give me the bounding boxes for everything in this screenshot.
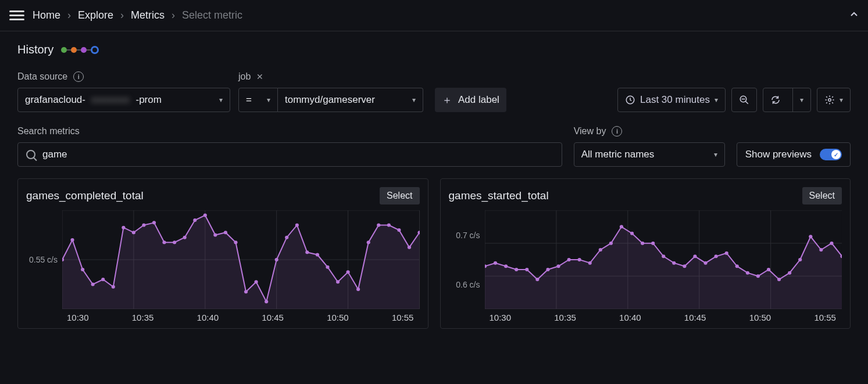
svg-point-87 bbox=[766, 268, 770, 271]
svg-point-70 bbox=[588, 261, 591, 265]
chevron-down-icon: ▾ bbox=[800, 96, 803, 104]
svg-point-45 bbox=[377, 224, 380, 227]
svg-point-37 bbox=[295, 224, 299, 227]
chevron-down-icon: ▾ bbox=[267, 96, 270, 104]
svg-point-84 bbox=[735, 264, 738, 268]
chart-x-labels: 10:3010:3510:4010:4510:5010:55 bbox=[26, 313, 420, 322]
chart-plot bbox=[485, 210, 842, 309]
svg-point-29 bbox=[213, 234, 217, 237]
svg-line-3 bbox=[745, 101, 748, 104]
svg-point-61 bbox=[493, 261, 496, 265]
history-timeline[interactable] bbox=[62, 46, 98, 54]
svg-point-48 bbox=[408, 246, 411, 249]
svg-point-23 bbox=[152, 221, 156, 224]
job-value-select[interactable]: tommyd/gameserver ▾ bbox=[278, 88, 423, 112]
chevron-down-icon: ▾ bbox=[714, 150, 717, 159]
search-input[interactable] bbox=[42, 149, 553, 160]
svg-point-36 bbox=[285, 236, 288, 239]
job-label: job bbox=[238, 71, 251, 82]
svg-point-28 bbox=[203, 214, 207, 217]
select-metric-button[interactable]: Select bbox=[380, 187, 419, 204]
svg-point-63 bbox=[515, 268, 518, 271]
zoom-out-icon bbox=[739, 95, 749, 105]
svg-point-39 bbox=[316, 253, 319, 257]
breadcrumb-explore[interactable]: Explore bbox=[78, 9, 113, 21]
search-input-wrapper[interactable] bbox=[17, 142, 562, 167]
svg-point-66 bbox=[546, 268, 549, 271]
svg-point-86 bbox=[756, 274, 759, 278]
show-previews-label: Show previews bbox=[745, 149, 812, 160]
menu-icon[interactable] bbox=[9, 8, 24, 23]
chart-y-labels: 0.7 c/s0.6 c/s bbox=[449, 210, 485, 309]
view-by-value: All metric names bbox=[581, 149, 655, 160]
svg-point-38 bbox=[305, 250, 309, 254]
breadcrumb-home[interactable]: Home bbox=[33, 9, 60, 21]
chevron-down-icon: ▾ bbox=[412, 96, 416, 104]
remove-filter-icon[interactable]: ✕ bbox=[256, 72, 263, 81]
svg-point-41 bbox=[336, 280, 340, 283]
svg-point-32 bbox=[244, 290, 248, 293]
svg-point-80 bbox=[693, 254, 696, 258]
svg-point-35 bbox=[275, 258, 278, 261]
job-value: tommyd/gameserver bbox=[285, 94, 375, 106]
svg-point-43 bbox=[356, 288, 360, 291]
svg-point-76 bbox=[651, 242, 655, 245]
job-operator-select[interactable]: = ▾ bbox=[238, 88, 278, 112]
zoom-out-button[interactable] bbox=[731, 88, 757, 112]
svg-point-74 bbox=[630, 232, 633, 235]
svg-point-90 bbox=[798, 258, 802, 261]
collapse-icon[interactable] bbox=[849, 10, 859, 21]
svg-point-93 bbox=[830, 242, 833, 245]
datasource-value-prefix: grafanacloud- bbox=[25, 94, 85, 106]
add-label-text: Add label bbox=[458, 94, 499, 106]
svg-point-81 bbox=[703, 261, 707, 265]
chart-y-labels: 0.55 c/s bbox=[26, 210, 62, 309]
svg-point-33 bbox=[254, 280, 258, 283]
svg-point-4 bbox=[828, 99, 831, 102]
svg-point-73 bbox=[619, 225, 623, 228]
show-previews-toggle[interactable]: Show previews ✓ bbox=[737, 142, 851, 167]
svg-point-62 bbox=[504, 264, 508, 268]
view-by-select[interactable]: All metric names ▾ bbox=[574, 142, 725, 167]
chevron-down-icon: ▾ bbox=[715, 96, 718, 104]
svg-point-83 bbox=[724, 252, 728, 255]
svg-point-69 bbox=[577, 258, 581, 261]
metric-panel: games_started_total Select 0.7 c/s0.6 c/… bbox=[440, 178, 851, 329]
svg-point-21 bbox=[132, 231, 135, 234]
svg-point-30 bbox=[224, 231, 227, 234]
toggle-switch[interactable]: ✓ bbox=[820, 149, 842, 160]
svg-point-71 bbox=[598, 248, 602, 252]
svg-point-88 bbox=[777, 278, 780, 281]
svg-point-75 bbox=[641, 242, 644, 245]
svg-point-46 bbox=[387, 224, 391, 227]
svg-point-16 bbox=[81, 268, 84, 271]
svg-point-24 bbox=[162, 241, 166, 244]
svg-point-79 bbox=[683, 264, 686, 268]
view-by-label: View by bbox=[574, 126, 606, 137]
svg-point-68 bbox=[567, 258, 570, 261]
breadcrumb: Home › Explore › Metrics › Select metric bbox=[33, 9, 242, 21]
info-icon[interactable]: i bbox=[612, 126, 622, 137]
add-label-button[interactable]: ＋ Add label bbox=[435, 88, 506, 112]
refresh-button[interactable]: ▾ bbox=[763, 88, 811, 112]
svg-point-27 bbox=[193, 218, 197, 222]
panel-title: games_started_total bbox=[449, 189, 549, 202]
svg-point-31 bbox=[234, 241, 237, 244]
svg-point-77 bbox=[662, 254, 665, 258]
chevron-down-icon: ▾ bbox=[840, 96, 843, 104]
chevron-right-icon: › bbox=[172, 9, 175, 21]
time-range-value: Last 30 minutes bbox=[640, 94, 710, 106]
svg-point-42 bbox=[347, 270, 350, 274]
settings-button[interactable]: ▾ bbox=[817, 88, 851, 112]
svg-point-85 bbox=[745, 271, 749, 275]
datasource-select[interactable]: grafanacloud-xxxxxxx-prom ▾ bbox=[17, 88, 230, 112]
refresh-interval-dropdown[interactable]: ▾ bbox=[792, 88, 810, 112]
info-icon[interactable]: i bbox=[73, 71, 84, 82]
select-metric-button[interactable]: Select bbox=[802, 187, 842, 204]
svg-point-40 bbox=[326, 265, 329, 269]
breadcrumb-metrics[interactable]: Metrics bbox=[131, 9, 165, 21]
datasource-label: Data source bbox=[17, 71, 67, 82]
svg-point-15 bbox=[70, 238, 74, 242]
time-range-picker[interactable]: Last 30 minutes ▾ bbox=[617, 88, 726, 112]
svg-point-78 bbox=[672, 261, 676, 265]
